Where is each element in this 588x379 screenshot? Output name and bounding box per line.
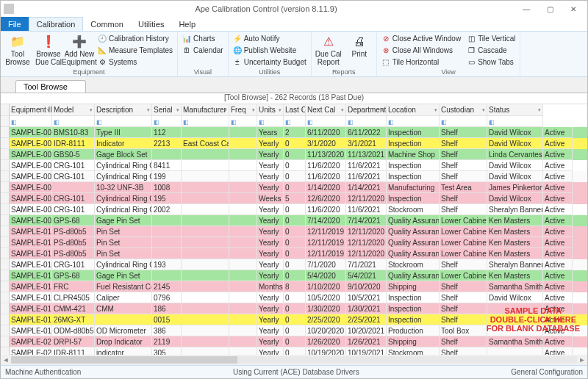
table-cell[interactable] xyxy=(182,127,229,138)
table-cell[interactable]: Shelf xyxy=(440,171,487,182)
column-header[interactable]: Custodian xyxy=(440,104,487,116)
table-cell[interactable]: 11/13/2021 xyxy=(346,149,387,160)
table-cell[interactable]: Inspection xyxy=(387,292,440,303)
table-cell[interactable]: SAMPLE-010 xyxy=(10,226,52,237)
table-cell[interactable]: Tool Box xyxy=(440,325,487,336)
table-cell[interactable]: Ken Masters xyxy=(487,215,543,226)
table-cell[interactable]: 2 xyxy=(284,127,306,138)
table-cell[interactable]: 11/6/2020 xyxy=(306,204,346,215)
table-cell[interactable]: 3/1/2021 xyxy=(346,138,387,149)
table-cell[interactable]: Active xyxy=(543,171,573,182)
table-cell[interactable]: 5/4/2021 xyxy=(346,270,387,281)
table-cell[interactable]: Weeks xyxy=(257,193,284,204)
table-row[interactable]: SAMPLE-002IDR-8111Indicator2213East Coas… xyxy=(1,138,587,149)
table-cell[interactable]: 2/25/2020 xyxy=(306,314,346,325)
table-cell[interactable]: Inspection xyxy=(387,303,440,314)
table-cell[interactable]: SAMPLE-001 xyxy=(10,127,52,138)
table-cell[interactable]: 9/10/2020 xyxy=(346,281,387,292)
table-cell[interactable] xyxy=(229,336,257,347)
table-cell[interactable]: Quality Assuranc xyxy=(387,226,440,237)
table-cell[interactable]: SAMPLE-007 xyxy=(10,193,52,204)
table-cell[interactable] xyxy=(229,325,257,336)
templates-button[interactable]: 📐Measure Templates xyxy=(96,44,175,56)
table-cell[interactable]: 199 xyxy=(152,171,182,182)
table-row[interactable]: SAMPLE-010PS-d80b5Pin SetYearly012/11/20… xyxy=(1,226,587,237)
table-cell[interactable] xyxy=(182,347,229,355)
table-cell[interactable]: 12/11/2019 xyxy=(306,237,346,248)
table-cell[interactable]: SAMPLE-004 xyxy=(10,160,52,171)
table-cell[interactable]: Active xyxy=(543,204,573,215)
table-cell[interactable]: 2002 xyxy=(152,204,182,215)
table-cell[interactable]: 386 xyxy=(152,325,182,336)
table-cell[interactable]: Active xyxy=(543,292,573,303)
table-cell[interactable]: 2145 xyxy=(152,281,182,292)
table-cell[interactable] xyxy=(487,314,543,325)
table-cell[interactable]: 8 xyxy=(284,281,306,292)
table-cell[interactable]: Pin Set xyxy=(95,226,152,237)
column-filter[interactable] xyxy=(306,116,346,127)
table-cell[interactable]: Inspection xyxy=(387,171,440,182)
table-cell[interactable]: Shelf xyxy=(440,259,487,270)
table-cell[interactable]: CRG-101 xyxy=(52,204,95,215)
column-header[interactable]: Manufacturer xyxy=(182,104,229,116)
table-cell[interactable]: David Wilcox xyxy=(487,160,543,171)
table-cell[interactable]: 11/6/2021 xyxy=(346,171,387,182)
table-cell[interactable]: Yearly xyxy=(257,270,284,281)
table-cell[interactable]: Shipping xyxy=(387,281,440,292)
tab-file[interactable]: File xyxy=(1,17,29,31)
close-button[interactable]: ✕ xyxy=(562,2,584,15)
table-cell[interactable]: 1008 xyxy=(152,182,182,193)
table-cell[interactable]: Active xyxy=(543,347,573,355)
table-cell[interactable]: Shelf xyxy=(440,281,487,292)
table-cell[interactable]: Sheralyn Banner xyxy=(487,204,543,215)
table-cell[interactable]: ODM-d80b5 xyxy=(52,325,95,336)
tool-browse-button[interactable]: 📁Tool Browse xyxy=(3,32,32,66)
column-header[interactable]: Equipment ID xyxy=(10,104,52,116)
table-cell[interactable] xyxy=(182,248,229,259)
column-header[interactable]: Last Cal xyxy=(284,104,306,116)
table-cell[interactable]: Ken Masters xyxy=(487,237,543,248)
column-filter[interactable] xyxy=(346,116,387,127)
table-cell[interactable]: SAMPLE-002 xyxy=(10,138,52,149)
table-cell[interactable]: Cylindrical Ring G xyxy=(95,171,152,182)
table-cell[interactable]: SAMPLE-011 xyxy=(10,237,52,248)
table-cell[interactable]: 0 xyxy=(284,215,306,226)
table-cell[interactable]: 7/1/2020 xyxy=(306,259,346,270)
tab-help[interactable]: Help xyxy=(171,17,203,31)
table-cell[interactable]: 0796 xyxy=(152,292,182,303)
table-cell[interactable]: Ken Masters xyxy=(487,226,543,237)
table-cell[interactable]: 1/26/2021 xyxy=(346,336,387,347)
table-cell[interactable]: Active xyxy=(543,281,573,292)
table-cell[interactable]: Lower Cabinet xyxy=(440,248,487,259)
table-cell[interactable]: 12/11/2019 xyxy=(306,248,346,259)
table-cell[interactable]: 12/11/2020 xyxy=(346,226,387,237)
table-cell[interactable]: 10/19/2021 xyxy=(346,347,387,355)
table-cell[interactable] xyxy=(182,215,229,226)
table-cell[interactable]: Shipping xyxy=(387,336,440,347)
table-cell[interactable]: Yearly xyxy=(257,303,284,314)
table-cell[interactable]: Yearly xyxy=(257,204,284,215)
table-cell[interactable]: Yearly xyxy=(257,138,284,149)
table-row[interactable]: SAMPLE-019ODM-d80b5OD Micrometer386Yearl… xyxy=(1,325,587,336)
table-cell[interactable]: Quality Assuranc xyxy=(387,270,440,281)
table-cell[interactable]: CMM xyxy=(95,303,152,314)
table-cell[interactable]: Type III xyxy=(95,127,152,138)
table-cell[interactable] xyxy=(152,237,182,248)
table-cell[interactable]: Yearly xyxy=(257,292,284,303)
table-cell[interactable]: 0 xyxy=(284,259,306,270)
table-cell[interactable]: Shelf xyxy=(440,160,487,171)
table-cell[interactable]: 6/11/2020 xyxy=(306,127,346,138)
table-cell[interactable] xyxy=(229,138,257,149)
table-cell[interactable] xyxy=(229,237,257,248)
table-cell[interactable]: 0 xyxy=(284,160,306,171)
table-cell[interactable]: Inspection xyxy=(387,314,440,325)
table-cell[interactable]: 10/5/2021 xyxy=(346,292,387,303)
table-cell[interactable] xyxy=(52,182,95,193)
table-cell[interactable]: 0 xyxy=(284,347,306,355)
column-filter[interactable] xyxy=(152,116,182,127)
table-cell[interactable]: Test Area xyxy=(440,182,487,193)
table-cell[interactable]: Lower Cabinet xyxy=(440,215,487,226)
table-cell[interactable]: 2119 xyxy=(152,336,182,347)
table-cell[interactable]: Shelf xyxy=(440,336,487,347)
table-cell[interactable] xyxy=(229,248,257,259)
